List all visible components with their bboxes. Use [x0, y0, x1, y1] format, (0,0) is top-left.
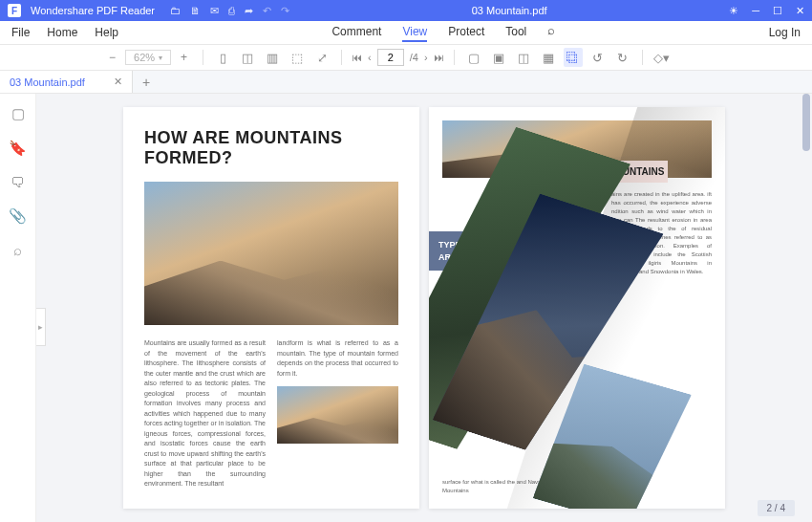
tab-protect[interactable]: Protect: [448, 23, 484, 42]
app-logo: F: [8, 4, 21, 17]
curl-image-3: [533, 360, 692, 509]
view2-icon[interactable]: ▣: [489, 48, 508, 67]
last-page-icon[interactable]: ⏭: [434, 52, 444, 63]
first-page-icon[interactable]: ⏮: [352, 52, 362, 63]
bottom-fragment: surface for what is called the and Navaj…: [442, 478, 547, 495]
fit-icon[interactable]: ⤢: [312, 48, 331, 67]
page-input[interactable]: [377, 49, 404, 66]
menu-help[interactable]: Help: [95, 26, 118, 39]
find-icon[interactable]: ⌕: [13, 242, 22, 258]
share-icon[interactable]: ➦: [245, 5, 253, 17]
zoom-out-button[interactable]: −: [103, 51, 121, 64]
close-icon[interactable]: ✕: [796, 5, 804, 17]
save-icon[interactable]: 🗎: [190, 5, 201, 17]
next-page-icon[interactable]: ›: [424, 52, 428, 63]
prev-page-icon[interactable]: ‹: [368, 52, 372, 63]
zoom-in-button[interactable]: +: [175, 51, 193, 64]
view3-icon[interactable]: ◫: [514, 48, 533, 67]
view1-icon[interactable]: ▢: [464, 48, 483, 67]
page-total: /4: [410, 52, 418, 63]
menu-home[interactable]: Home: [47, 26, 77, 39]
outline-icon[interactable]: 🔖: [9, 140, 27, 157]
document-viewer[interactable]: ▸ HOW ARE MOUNTAINS FORMED? Mountains ar…: [36, 94, 812, 522]
background-icon[interactable]: ◇▾: [652, 48, 672, 67]
right-body: ains are created in the uplifted area. i…: [611, 190, 712, 276]
view4-icon[interactable]: ▦: [539, 48, 558, 67]
theme-icon[interactable]: ☀: [729, 5, 738, 17]
scrollbar[interactable]: [802, 94, 810, 151]
new-tab-button[interactable]: +: [133, 75, 160, 90]
page-title: HOW ARE MOUNTAINS FORMED?: [144, 128, 398, 168]
undo-icon[interactable]: ↶: [263, 5, 271, 17]
layout3-icon[interactable]: ▥: [263, 48, 282, 67]
tab-close-icon[interactable]: ✕: [114, 76, 122, 88]
subheading: 1. VOLCANI: [442, 283, 712, 292]
tab-comment[interactable]: Comment: [331, 23, 381, 42]
overlay-heading: TYPE OF MOUNT ARE THEY FOR: [429, 231, 519, 271]
tab-tool[interactable]: Tool: [505, 23, 526, 42]
page-3: TYPE OF MOUNT ARE THEY FOR 1. VOLCANI OU…: [429, 107, 725, 509]
document-tab[interactable]: 03 Mountain.pdf ✕: [0, 71, 133, 93]
window-title: 03 Mountain.pdf: [299, 5, 719, 16]
layout1-icon[interactable]: ▯: [213, 48, 232, 67]
expand-panel-icon[interactable]: ▸: [36, 308, 46, 346]
body-col2: landform is what is referred to as a mou…: [277, 338, 398, 379]
open-icon[interactable]: 🗀: [170, 5, 181, 17]
rotate-left-icon[interactable]: ↺: [588, 48, 608, 67]
mail-icon[interactable]: ✉: [210, 5, 219, 17]
layout2-icon[interactable]: ◫: [238, 48, 257, 67]
login-link[interactable]: Log In: [769, 26, 801, 39]
redo-icon[interactable]: ↷: [281, 5, 289, 17]
comments-icon[interactable]: 🗨: [11, 174, 25, 190]
bookmark-icon[interactable]: ▢: [11, 105, 25, 122]
app-name: Wondershare PDF Reader: [31, 5, 155, 16]
body-col1: Mountains are usually formed as a result…: [144, 338, 266, 489]
minimize-icon[interactable]: ─: [752, 5, 759, 17]
zoom-value[interactable]: 62%▾: [125, 50, 171, 65]
search-icon[interactable]: ⌕: [547, 23, 555, 42]
attachment-icon[interactable]: 📎: [9, 207, 27, 225]
view5-icon[interactable]: ⿻: [564, 48, 583, 67]
menu-file[interactable]: File: [11, 26, 30, 39]
small-image: [277, 386, 398, 444]
tab-view[interactable]: View: [402, 23, 427, 42]
print-icon[interactable]: ⎙: [228, 5, 235, 17]
layout4-icon[interactable]: ⬚: [288, 48, 307, 67]
maximize-icon[interactable]: ☐: [773, 5, 782, 17]
hero-image: [144, 182, 398, 325]
document-tab-label: 03 Mountain.pdf: [10, 76, 85, 88]
rotate-right-icon[interactable]: ↻: [613, 48, 632, 67]
page-counter: 2 / 4: [758, 500, 795, 516]
page-2: HOW ARE MOUNTAINS FORMED? Mountains are …: [123, 107, 419, 509]
right-heading: OUNTAINS: [611, 161, 668, 183]
